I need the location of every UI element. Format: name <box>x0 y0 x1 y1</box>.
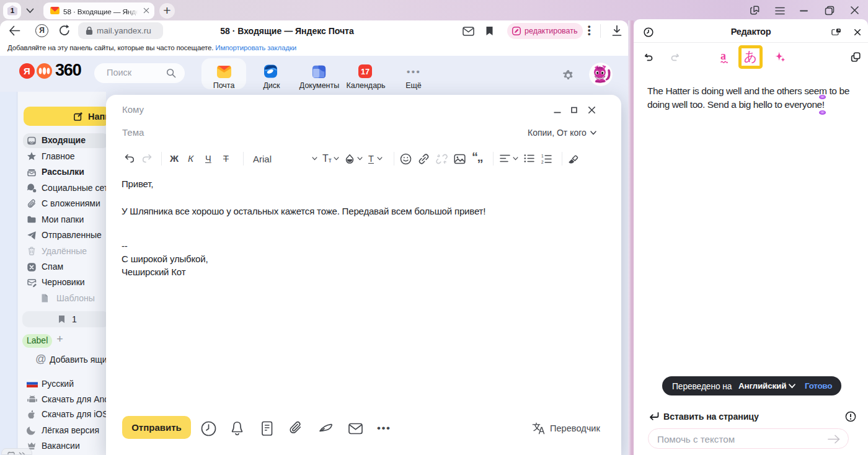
svg-text:1: 1 <box>541 154 544 158</box>
svg-text:1: 1 <box>10 7 14 14</box>
svg-text:17: 17 <box>361 68 370 76</box>
svg-text:2: 2 <box>541 160 544 164</box>
